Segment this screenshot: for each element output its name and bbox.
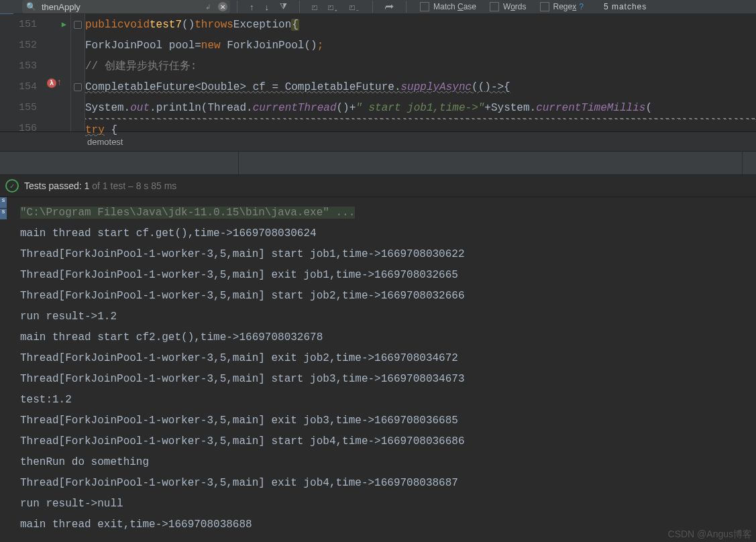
console-line: main thread exit,time->1669708038688 bbox=[20, 514, 756, 535]
next-match-icon[interactable]: ↓ bbox=[265, 2, 270, 12]
line-gutter: 151▶ 152 153 154 155 156 bbox=[0, 14, 71, 131]
match-count: 5 matches bbox=[604, 2, 647, 11]
tool-window-header bbox=[0, 152, 756, 175]
console-line: Thread[ForkJoinPool-1-worker-3,5,main] s… bbox=[20, 431, 756, 452]
line-number: 152 bbox=[19, 40, 37, 51]
line-number: 151 bbox=[19, 19, 37, 30]
remove-selection-icon[interactable]: ⏍₋ bbox=[349, 2, 360, 12]
console-output: "C:\Program Files\Java\jdk-11.0.15\bin\j… bbox=[0, 197, 756, 535]
lambda-icon[interactable]: λ bbox=[47, 78, 56, 88]
prev-match-icon[interactable]: ↑ bbox=[250, 2, 254, 12]
search-input[interactable] bbox=[40, 1, 201, 13]
fold-icon[interactable] bbox=[74, 21, 82, 29]
line-number: 154 bbox=[19, 81, 37, 93]
line-number: 153 bbox=[19, 60, 37, 72]
select-all-icon[interactable]: ⏍ bbox=[312, 2, 317, 12]
console-line: Thread[ForkJoinPool-1-worker-3,5,main] e… bbox=[20, 348, 756, 369]
find-toolbar: 🔍 ↲ ✕ ↑ ↓ ⧩ ⏍ ⏍₊ ⏍₋ ⮫ Match Case Words R… bbox=[0, 0, 756, 14]
words-checkbox[interactable]: Words bbox=[490, 2, 526, 11]
console-line: Thread[ForkJoinPool-1-worker-3,5,main] e… bbox=[20, 265, 756, 286]
export-icon[interactable]: ⮫ bbox=[385, 2, 394, 12]
separator bbox=[237, 1, 237, 13]
console-line: run result->null bbox=[20, 494, 756, 514]
watermark: CSDN @Angus博客 bbox=[668, 529, 752, 541]
newline-icon[interactable]: ↲ bbox=[203, 2, 213, 11]
console-line: main thread start cf.get(),time->1669708… bbox=[20, 223, 756, 244]
console-line: thenRun do something bbox=[20, 452, 756, 473]
line-number: 155 bbox=[19, 102, 37, 113]
command-line: "C:\Program Files\Java\jdk-11.0.15\bin\j… bbox=[20, 207, 355, 219]
clear-search-icon[interactable]: ✕ bbox=[218, 2, 227, 11]
console-panel[interactable]: ss "C:\Program Files\Java\jdk-11.0.15\bi… bbox=[0, 197, 756, 542]
search-icon: 🔍 bbox=[26, 2, 36, 11]
add-selection-icon[interactable]: ⏍₊ bbox=[328, 2, 339, 12]
console-line: run result->1.2 bbox=[20, 307, 756, 327]
lambda-up-icon: ↑ bbox=[56, 77, 62, 88]
tests-passed-label: Tests passed: 1 bbox=[24, 180, 89, 191]
console-line: test:1.2 bbox=[20, 390, 756, 411]
console-line: Thread[ForkJoinPool-1-worker-3,5,main] e… bbox=[20, 411, 756, 431]
console-line: Thread[ForkJoinPool-1-worker-3,5,main] s… bbox=[20, 244, 756, 265]
console-line: Thread[ForkJoinPool-1-worker-3,5,main] s… bbox=[20, 369, 756, 390]
console-line: Thread[ForkJoinPool-1-worker-3,5,main] e… bbox=[20, 473, 756, 494]
test-status-bar: ✓ Tests passed: 1 of 1 test – 8 s 85 ms bbox=[0, 175, 756, 197]
tests-detail-label: of 1 test – 8 s 85 ms bbox=[92, 180, 176, 191]
match-case-checkbox[interactable]: Match Case bbox=[420, 2, 476, 11]
fold-icon[interactable] bbox=[74, 83, 82, 91]
code-editor[interactable]: 151▶ 152 153 154 155 156 λ ↑ public void… bbox=[0, 14, 756, 132]
console-line: Thread[ForkJoinPool-1-worker-3,5,main] s… bbox=[20, 286, 756, 307]
filter-icon[interactable]: ⧩ bbox=[280, 1, 287, 12]
run-gutter-icon[interactable]: ▶ bbox=[62, 19, 66, 30]
separator bbox=[406, 1, 407, 13]
fold-column bbox=[71, 14, 85, 131]
separator bbox=[372, 1, 373, 13]
console-line: main thread start cf2.get(),time->166970… bbox=[20, 327, 756, 348]
code-area[interactable]: public void test7() throws Exception { F… bbox=[85, 14, 756, 131]
success-icon: ✓ bbox=[5, 179, 19, 193]
separator bbox=[299, 1, 300, 13]
console-side-tabs[interactable]: ss bbox=[0, 197, 7, 220]
search-box: 🔍 ↲ ✕ bbox=[22, 0, 230, 13]
line-number: 156 bbox=[19, 123, 37, 134]
regex-checkbox[interactable]: Regex? bbox=[540, 2, 584, 11]
